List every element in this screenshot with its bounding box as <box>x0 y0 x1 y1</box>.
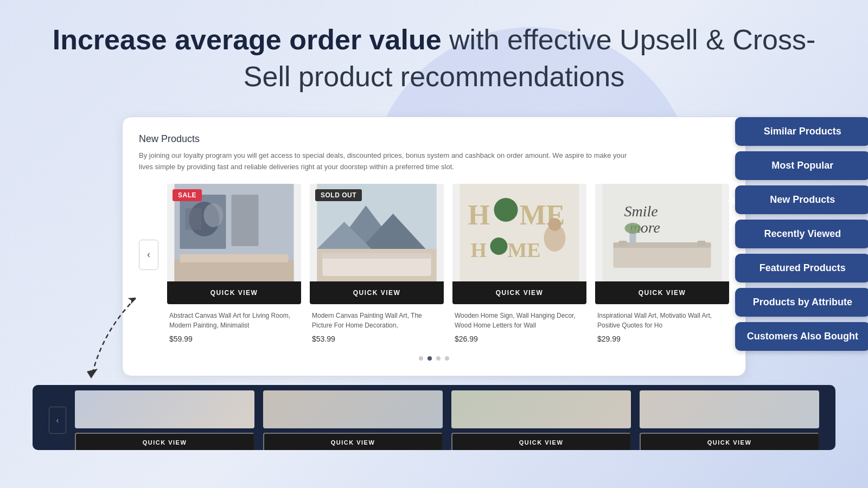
dot-3[interactable] <box>436 356 441 361</box>
quick-view-btn-4[interactable]: QUICK VIEW <box>595 281 729 304</box>
main-product-card: New Products By joining our loyalty prog… <box>122 117 746 376</box>
bottom-quick-view-btn-4[interactable]: QUICK VIEW <box>640 433 819 450</box>
new-products-btn[interactable]: New Products ◀ <box>735 185 868 214</box>
product-name-4: Inspirational Wall Art, Motivatio Wall A… <box>597 311 727 330</box>
svg-point-34 <box>625 223 641 234</box>
product-info-4: Inspirational Wall Art, Motivatio Wall A… <box>595 304 729 348</box>
svg-rect-6 <box>186 208 202 230</box>
svg-point-19 <box>494 198 518 222</box>
product-card-4: Smile more QUICK VIEW Inspirational W <box>595 184 729 348</box>
card-section-title: New Products <box>139 133 729 145</box>
bottom-product-1: QUICK VIEW <box>75 390 254 450</box>
bottom-section-wrapper: ➤ ‹ QUICK VIEW QUICK VIEW QUICK VIEW QUI… <box>33 385 835 450</box>
products-by-attribute-btn[interactable]: Products by Attribute <box>735 288 868 317</box>
products-row: ‹ SALE <box>139 184 729 348</box>
bottom-product-4: QUICK VIEW <box>640 390 819 450</box>
svg-rect-32 <box>698 241 706 246</box>
product-card-1: SALE <box>167 184 301 348</box>
product-price-3: $26.99 <box>455 335 584 343</box>
svg-rect-2 <box>232 195 259 246</box>
product-image-4: Smile more <box>595 184 729 281</box>
bottom-product-2: QUICK VIEW <box>263 390 443 450</box>
svg-rect-31 <box>619 241 627 246</box>
product-card-2: SOLD OUT QUICK VIEW <box>310 184 444 348</box>
product-name-1: Abstract Canvas Wall Art for Living Room… <box>169 311 299 330</box>
bottom-quick-view-btn-3[interactable]: QUICK VIEW <box>451 433 631 450</box>
svg-text:H: H <box>468 200 491 230</box>
svg-text:Smile: Smile <box>624 203 658 220</box>
product-image-3: H ME H ME <box>452 184 586 281</box>
svg-marker-35 <box>87 369 98 378</box>
floating-buttons-panel: Similar Products Most Popular New Produc… <box>735 117 868 351</box>
prev-arrow[interactable]: ‹ <box>139 240 158 270</box>
dot-2[interactable] <box>427 356 432 361</box>
headline-section: Increase average order value with effect… <box>33 22 835 95</box>
dot-4[interactable] <box>445 356 449 361</box>
product-name-2: Modern Canvas Painting Wall Art, The Pic… <box>312 311 442 330</box>
bottom-product-img-1 <box>75 390 254 428</box>
bottom-product-img-4 <box>640 390 819 428</box>
svg-rect-7 <box>175 260 294 281</box>
product-price-2: $53.99 <box>312 335 442 343</box>
card-description: By joining our loyalty program you will … <box>139 150 627 173</box>
svg-rect-30 <box>614 242 711 248</box>
product-price-4: $29.99 <box>597 335 727 343</box>
quick-view-btn-3[interactable]: QUICK VIEW <box>452 281 586 304</box>
customers-also-bought-btn[interactable]: Customers Also Bought <box>735 322 868 351</box>
quick-view-btn-1[interactable]: QUICK VIEW <box>167 281 301 304</box>
product-card-3: H ME H ME QUICK VIEW Wooden Home Sign, <box>452 184 586 348</box>
page-headline: Increase average order value with effect… <box>33 22 835 95</box>
headline-bold: Increase average order value <box>53 24 442 55</box>
bottom-quick-view-btn-2[interactable]: QUICK VIEW <box>263 433 443 450</box>
carousel-dots <box>139 356 729 361</box>
product-image-2: SOLD OUT <box>310 184 444 281</box>
svg-text:H: H <box>471 239 488 261</box>
svg-text:ME: ME <box>508 239 541 261</box>
product-info-2: Modern Canvas Painting Wall Art, The Pic… <box>310 304 444 348</box>
product-name-3: Wooden Home Sign, Wall Hanging Decor, Wo… <box>455 311 584 330</box>
bottom-product-3: QUICK VIEW <box>451 390 631 450</box>
product-price-1: $59.99 <box>169 335 299 343</box>
product-info-1: Abstract Canvas Wall Art for Living Room… <box>167 304 301 348</box>
svg-rect-16 <box>323 253 431 259</box>
svg-point-5 <box>204 203 224 227</box>
svg-point-25 <box>548 218 561 231</box>
bottom-product-img-2 <box>263 390 443 428</box>
svg-point-22 <box>490 237 508 255</box>
bottom-quick-view-btn-1[interactable]: QUICK VIEW <box>75 433 254 450</box>
bottom-prev-arrow[interactable]: ‹ <box>49 407 66 434</box>
product-image-1: SALE <box>167 184 301 281</box>
featured-products-btn[interactable]: Featured Products <box>735 254 868 282</box>
arrow-pointer: ◀ <box>727 195 734 205</box>
quick-view-btn-2[interactable]: QUICK VIEW <box>310 281 444 304</box>
product-badge-1: SALE <box>173 189 202 201</box>
recently-viewed-btn[interactable]: Recently Viewed <box>735 220 868 248</box>
svg-rect-8 <box>180 254 289 262</box>
product-info-3: Wooden Home Sign, Wall Hanging Decor, Wo… <box>452 304 586 348</box>
product-badge-2: SOLD OUT <box>315 189 362 201</box>
dot-1[interactable] <box>419 356 423 361</box>
bottom-product-img-3 <box>451 390 631 428</box>
most-popular-btn[interactable]: Most Popular <box>735 151 868 180</box>
page-wrapper: Increase average order value with effect… <box>0 0 868 450</box>
similar-products-btn[interactable]: Similar Products <box>735 117 868 146</box>
bottom-product-card: ‹ QUICK VIEW QUICK VIEW QUICK VIEW QUICK… <box>33 385 835 450</box>
